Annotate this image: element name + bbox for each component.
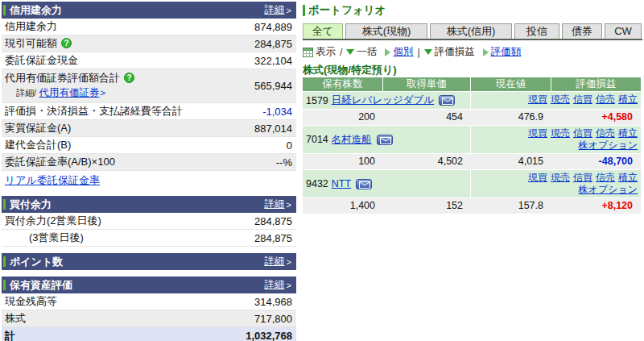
- stock-name-link[interactable]: 名村造船: [332, 133, 372, 147]
- stock-code: 1579: [306, 95, 328, 106]
- header-accent-bar: [3, 199, 6, 210]
- assets-detail-link[interactable]: 詳細: [265, 278, 285, 292]
- portfolio-title: ポートフォリオ: [308, 3, 386, 18]
- row-label: 現引可能額?: [5, 36, 72, 51]
- sell-margin-link[interactable]: 信売: [596, 172, 615, 183]
- table-icon: [303, 48, 313, 57]
- table-row: 評価損・決済損益・支払諸経費等合計 -1,034: [2, 103, 296, 120]
- position-data-row: 200 454 476.9 +4,580: [303, 109, 641, 125]
- header-pl: 評価損益: [551, 77, 641, 91]
- left-column: 信用建余力 詳細 > 信用建余力 874,889 現引可能額? 284,875 …: [2, 2, 296, 341]
- table-row: 株式 717,800: [2, 310, 296, 327]
- points-panel-header: ポイント数 詳細 >: [2, 253, 296, 270]
- position-data-row: 100 4,502 4,015 -48,700: [303, 153, 641, 169]
- stock-identity: 7014 名村造船: [303, 126, 471, 153]
- sell-cash-link[interactable]: 現売: [551, 94, 570, 105]
- real-margin-rate-link[interactable]: リアル委託保証金率: [5, 174, 100, 186]
- help-icon[interactable]: ?: [61, 38, 72, 48]
- header-accent-bar: [3, 280, 6, 290]
- cost-cell: 152: [383, 198, 471, 214]
- row-value: -1,034: [262, 106, 292, 118]
- buy-margin-link[interactable]: 信買: [573, 127, 592, 139]
- tab-stock-margin[interactable]: 株式(信用): [430, 23, 512, 39]
- position-data-row: 1,400 152 157.8 +8,120: [303, 198, 641, 214]
- bulk-label: 一括: [357, 45, 377, 59]
- trade-actions: 現買現売信買信売積立: [471, 92, 641, 109]
- pl-label: 評価損益: [435, 45, 475, 59]
- row-label: 信用建余力: [5, 19, 57, 34]
- buy-margin-link[interactable]: 信買: [573, 172, 592, 183]
- table-row: 実質保証金(A) 887,014: [2, 120, 296, 137]
- help-icon[interactable]: ?: [124, 73, 134, 83]
- tab-funds[interactable]: 投信: [514, 23, 559, 39]
- points-detail-link[interactable]: 詳細: [265, 255, 285, 268]
- buying-power-detail-link[interactable]: 詳細: [265, 198, 285, 211]
- stock-code: 7014: [306, 134, 328, 145]
- separator: |: [417, 47, 419, 58]
- tab-cw[interactable]: CW: [605, 23, 642, 39]
- holdings-table: 保有株数 取得単価 現在値 評価損益 1579 日経レバレッジダブル 現買現売信…: [303, 77, 641, 214]
- row-value: 565,944: [254, 80, 292, 92]
- mail-icon[interactable]: [377, 135, 393, 145]
- mail-icon[interactable]: [356, 179, 372, 189]
- pl-cell: +8,120: [551, 198, 641, 214]
- margin-panel-header: 信用建余力 詳細 >: [2, 2, 296, 19]
- tab-all[interactable]: 全て: [303, 23, 343, 39]
- cost-cell: 4,502: [383, 154, 471, 169]
- sell-cash-link[interactable]: 現売: [551, 172, 570, 183]
- assets-total-row: 計 1,032,768: [2, 327, 296, 341]
- table-row: (3営業日後) 284,875: [2, 230, 296, 247]
- row-label: 評価損・決済損益・支払諸経費等合計: [5, 104, 183, 119]
- mail-icon[interactable]: [439, 95, 455, 106]
- chevron-right-icon: >: [101, 88, 105, 98]
- table-row: 委託保証金率(A/B)×100 --%: [2, 154, 296, 171]
- tab-bonds[interactable]: 債券: [562, 23, 602, 39]
- buy-margin-link[interactable]: 信買: [573, 94, 592, 105]
- position-name-row: 7014 名村造船 現買現売信買信売積立 株オプション: [303, 125, 641, 153]
- buy-cash-link[interactable]: 現買: [528, 172, 547, 183]
- accumulate-link[interactable]: 積立: [618, 172, 638, 183]
- chevron-right-icon: >: [287, 281, 291, 290]
- table-row: 現引可能額? 284,875: [2, 35, 296, 52]
- triangle-right-icon: [385, 48, 390, 56]
- stock-identity: 9432 NTT: [303, 170, 471, 198]
- header-qty: 保有株数: [303, 77, 383, 91]
- buy-cash-link[interactable]: 現買: [528, 94, 547, 105]
- row-value: 0: [287, 139, 292, 152]
- accumulate-link[interactable]: 積立: [618, 94, 638, 105]
- row-value: 874,889: [254, 21, 292, 33]
- row-label: 委託保証金現金: [5, 53, 78, 68]
- stock-option-link[interactable]: 株オプション: [579, 139, 638, 151]
- real-margin-rate-row: リアル委託保証金率: [2, 171, 296, 190]
- accumulate-link[interactable]: 積立: [618, 127, 638, 139]
- row-value: 284,875: [254, 215, 292, 227]
- tab-stock-cash[interactable]: 株式(現物): [345, 23, 427, 39]
- daiyo-yukashoken-link[interactable]: 代用有価証券: [39, 87, 100, 98]
- table-row: 委託保証金現金 322,104: [2, 52, 296, 69]
- stock-option-link[interactable]: 株オプション: [579, 184, 638, 195]
- trade-actions: 現買現売信買信売積立 株オプション: [471, 170, 641, 198]
- sell-margin-link[interactable]: 信売: [596, 127, 615, 139]
- price-cell: 476.9: [471, 110, 551, 125]
- buy-cash-link[interactable]: 現買: [528, 127, 547, 139]
- assets-panel-header: 保有資産評価 詳細 >: [2, 277, 296, 293]
- individual-link[interactable]: 個別: [393, 45, 413, 59]
- sell-margin-link[interactable]: 信売: [596, 94, 615, 105]
- qty-cell: 200: [303, 110, 383, 125]
- header-accent-bar: [3, 256, 6, 267]
- price-cell: 157.8: [471, 198, 551, 214]
- margin-detail-link[interactable]: 詳細: [265, 3, 285, 17]
- stock-identity: 1579 日経レバレッジダブル: [303, 92, 471, 109]
- page: 信用建余力 詳細 > 信用建余力 874,889 現引可能額? 284,875 …: [0, 0, 644, 341]
- portfolio-title-bar: ポートフォリオ: [303, 3, 642, 18]
- valuation-link[interactable]: 評価額: [491, 45, 522, 59]
- price-cell: 4,015: [471, 154, 551, 169]
- position-name-row: 1579 日経レバレッジダブル 現買現売信買信売積立: [303, 91, 641, 109]
- assets-title: 保有資産評価: [10, 278, 265, 293]
- sell-cash-link[interactable]: 現売: [551, 127, 570, 139]
- header-price: 現在値: [471, 77, 551, 91]
- stock-name-link[interactable]: 日経レバレッジダブル: [332, 94, 434, 107]
- points-title: ポイント数: [10, 255, 265, 269]
- row-value: 284,875: [254, 38, 292, 50]
- stock-name-link[interactable]: NTT: [332, 178, 351, 189]
